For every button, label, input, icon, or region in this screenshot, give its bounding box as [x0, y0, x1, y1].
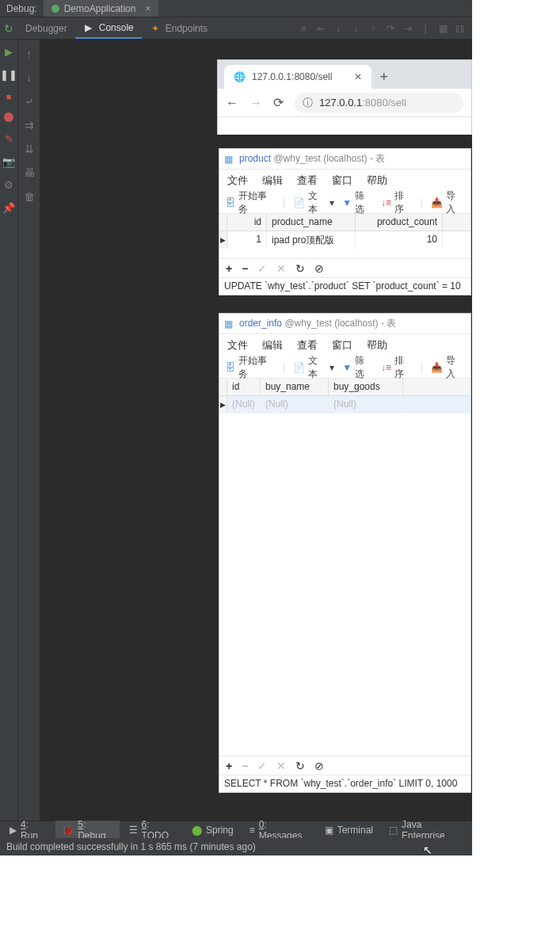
menu-file[interactable]: 文件 [227, 173, 248, 188]
table-row[interactable]: ▶ 1 ipad pro顶配版 10 [219, 231, 470, 249]
info-icon: ⓘ [303, 96, 313, 110]
text-mode-button[interactable]: 📄文本 ▾ [293, 354, 334, 381]
table-row[interactable]: ▶ (Null) (Null) (Null) [219, 396, 470, 413]
import-button[interactable]: 📥导入 [431, 354, 464, 381]
db-window-order: ▦ order_info @why_test (localhost) - 表 文… [219, 313, 471, 793]
tool-terminal[interactable]: ▣Terminal [318, 825, 379, 836]
col-id[interactable]: id [227, 379, 261, 395]
cell-buy-name[interactable]: (Null) [261, 396, 329, 413]
filter-button[interactable]: ▼筛选 [342, 189, 373, 216]
begin-tx-button[interactable]: 🗄开始事务 [226, 189, 275, 216]
back-button[interactable]: ← [226, 96, 238, 110]
app-name: DemoApplication [64, 3, 136, 14]
reload-button[interactable]: ⟳ [273, 95, 284, 110]
status-line: Build completed successfully in 1 s 865 … [0, 838, 472, 855]
step-icon[interactable]: ↓ [331, 23, 345, 34]
resume-icon[interactable]: ▶ [5, 46, 13, 58]
sort-button[interactable]: ↓≡排序 [381, 354, 413, 381]
table-icon: ▦ [224, 318, 233, 330]
new-tab-button[interactable]: + [379, 69, 388, 89]
menu-help[interactable]: 帮助 [367, 338, 387, 352]
tool-spring[interactable]: ⬤Spring [185, 825, 240, 836]
menu-file[interactable]: 文件 [227, 338, 248, 352]
col-product-name[interactable]: product_name [267, 214, 356, 231]
menu-edit[interactable]: 编辑 [262, 338, 283, 352]
down-icon[interactable]: ↓ [21, 70, 37, 86]
cell-count[interactable]: 10 [356, 231, 443, 249]
apply-button[interactable]: ✓ [257, 760, 267, 772]
cancel-button[interactable]: ✕ [276, 262, 286, 275]
stop-button[interactable]: ⊘ [314, 760, 324, 772]
trash-icon[interactable]: 🗑 [21, 189, 37, 204]
pause-icon[interactable]: ❚❚ [0, 69, 17, 81]
tree-icon2[interactable]: ⇊ [21, 141, 37, 157]
db-window-product: ▦ product @why_test (localhost) - 表 文件 编… [219, 148, 471, 295]
menu-window[interactable]: 窗口 [332, 338, 352, 352]
console-icon: ▶ [83, 22, 94, 33]
step-icon[interactable]: ⇤ [314, 23, 328, 34]
step-icon[interactable]: ↓ [349, 23, 363, 34]
sort-button[interactable]: ↓≡排序 [381, 189, 413, 216]
gear-icon[interactable]: ⚙ [4, 179, 13, 191]
stop-icon[interactable]: ■ [6, 92, 12, 101]
apply-button[interactable]: ✓ [257, 262, 267, 275]
globe-icon: 🌐 [234, 71, 246, 82]
stop-button[interactable]: ⊘ [314, 262, 324, 275]
col-product-count[interactable]: product_count [356, 214, 443, 231]
add-row-button[interactable]: + [226, 760, 232, 772]
filter-button[interactable]: ▼筛选 [342, 354, 373, 381]
text-mode-button[interactable]: 📄文本 ▾ [293, 189, 334, 216]
delete-row-button[interactable]: − [242, 262, 248, 275]
layout-icon[interactable]: ▦ [436, 23, 450, 34]
breakpoint-icon[interactable] [4, 112, 13, 122]
filter-icon[interactable]: ≡ [296, 23, 310, 34]
refresh-button[interactable]: ↻ [295, 760, 305, 772]
pin-icon[interactable]: 📌 [2, 202, 15, 214]
menu-window[interactable]: 窗口 [332, 173, 352, 188]
up-icon[interactable]: ↑ [21, 46, 37, 62]
col-buy-goods[interactable]: buy_goods [329, 379, 403, 395]
tab-debugger[interactable]: Debugger [17, 17, 75, 39]
sql-status: UPDATE `why_test`.`product` SET `product… [219, 277, 470, 295]
menu-view[interactable]: 查看 [297, 338, 318, 352]
debug-run-tab[interactable]: DemoApplication × [44, 0, 159, 17]
debug-label: Debug: [0, 3, 44, 14]
menu-edit[interactable]: 编辑 [262, 173, 283, 188]
cell-id[interactable]: 1 [227, 231, 267, 249]
close-icon[interactable]: × [145, 3, 150, 14]
delete-row-button[interactable]: − [242, 760, 248, 772]
begin-tx-button[interactable]: 🗄开始事务 [226, 354, 275, 381]
endpoints-icon: ✦ [150, 23, 161, 34]
step-icon[interactable]: ↷ [383, 23, 398, 34]
wrap-icon[interactable]: ⤶ [21, 93, 37, 109]
cell-buy-goods[interactable]: (Null) [329, 396, 403, 413]
tab-endpoints[interactable]: ✦ Endpoints [142, 17, 215, 39]
edit-icon[interactable]: ✎ [5, 133, 13, 145]
browser-window: 🌐 127.0.0.1:8080/sell ✕ + ← → ⟳ ⓘ 127.0.… [217, 59, 472, 135]
close-tab-icon[interactable]: ✕ [354, 71, 362, 82]
print-icon[interactable]: 🖶 [21, 165, 37, 181]
menu-help[interactable]: 帮助 [367, 173, 387, 188]
toolbar-extra-icons: ≡ ⇤ ↓ ↓ ↑ ↷ ⇥ | ▦ ⫿⫿ [296, 23, 472, 34]
menu-view[interactable]: 查看 [297, 173, 318, 188]
cell-name[interactable]: ipad pro顶配版 [267, 231, 356, 249]
layout-icon[interactable]: ⫿⫿ [453, 23, 467, 34]
table-icon: ▦ [224, 154, 233, 165]
tab-console[interactable]: ▶ Console [75, 17, 142, 39]
rerun-button[interactable]: ↻ [0, 17, 17, 39]
browser-tab[interactable]: 🌐 127.0.0.1:8080/sell ✕ [224, 65, 371, 89]
cancel-button[interactable]: ✕ [276, 760, 286, 772]
col-buy-name[interactable]: buy_name [261, 379, 329, 395]
import-button[interactable]: 📥导入 [431, 189, 464, 216]
col-id[interactable]: id [227, 214, 267, 231]
add-row-button[interactable]: + [226, 262, 232, 275]
tree-icon[interactable]: ⇉ [21, 117, 37, 133]
cell-id[interactable]: (Null) [227, 396, 261, 413]
forward-button[interactable]: → [250, 96, 262, 110]
step-icon[interactable]: ⇥ [401, 23, 415, 34]
refresh-button[interactable]: ↻ [295, 262, 305, 275]
run-status-icon [51, 5, 59, 13]
camera-icon[interactable]: 📷 [2, 156, 15, 168]
url-bar[interactable]: ⓘ 127.0.0.1:8080/sell [295, 93, 463, 113]
step-icon[interactable]: ↑ [366, 23, 380, 34]
